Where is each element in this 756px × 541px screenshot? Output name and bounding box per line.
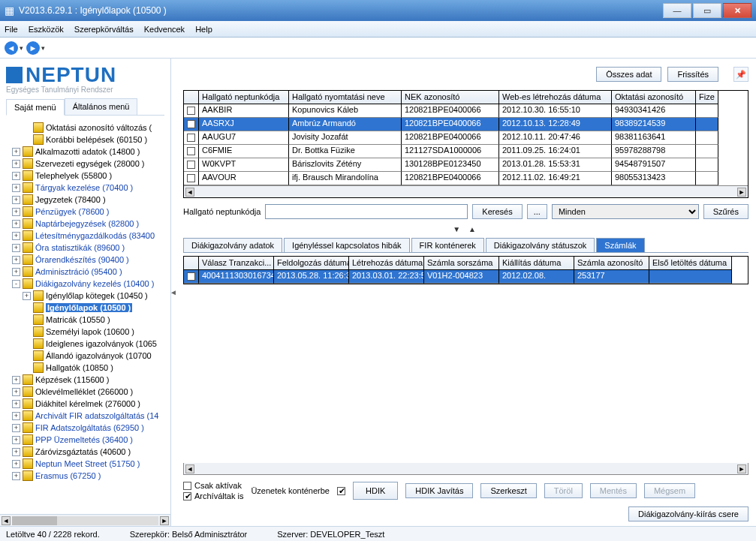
tree-expander-icon[interactable]: + [12,184,20,192]
nav-forward-dropdown[interactable]: ▾ [41,44,45,52]
tab-general-menu[interactable]: Általános menü [65,98,138,115]
pin-button[interactable]: 📌 [733,67,748,82]
tree-item[interactable]: -Diákigazolvány kezelés (10400 ) [2,278,170,290]
tree-item[interactable]: Korábbi belépések (60150 ) [2,134,170,146]
save-button[interactable]: Mentés [590,483,637,498]
nav-back-dropdown[interactable]: ▾ [20,44,23,52]
edit-button[interactable]: Szerkeszt [480,483,536,498]
tree-item[interactable]: +Neptun Meet Street (51750 ) [2,458,170,470]
filter-select[interactable]: Minden [552,204,699,219]
tree-item[interactable]: +Jegyzetek (78400 ) [2,194,170,206]
column-header[interactable] [184,91,199,104]
detail-tab[interactable]: Diákigazolvány adatok [183,238,282,252]
tree-item[interactable]: +PPP Üzemeltetés (36400 ) [2,434,170,446]
tree-item[interactable]: +Óra statisztikák (89600 ) [2,242,170,254]
detail-tab[interactable]: Diákigazolvány státuszok [486,238,595,252]
refresh-button[interactable]: Frissítés [667,67,718,82]
tree-item[interactable]: +Tárgyak kezelése (70400 ) [2,182,170,194]
menu-help[interactable]: Help [195,25,212,34]
table-row[interactable]: AAUGU7Jovisity Jozafát120821BPE040006620… [184,131,748,145]
row-checkbox[interactable] [187,161,195,169]
tree-item[interactable]: Ideiglenes igazolványok (1065 [2,338,170,350]
tree-expander-icon[interactable]: + [12,436,20,444]
tree-item[interactable]: +Létesítménygazdálkodás (83400 [2,230,170,242]
archived-checkbox[interactable]: ✔ Archíváltak is [183,491,243,500]
table-row[interactable]: 40041113030167342013.05.28. 11:26:32013.… [184,270,748,284]
table-row[interactable]: AASRXJAmbrúz Armandó120821BPE04000662012… [184,118,748,131]
search-input[interactable] [265,204,468,219]
tree-item[interactable]: Állandó igazolványok (10700 [2,350,170,362]
table-row[interactable]: W0KVPTBáriszlovits Zétény130128BPE012345… [184,158,748,172]
tree-item[interactable]: +Órarendkészítés (90400 ) [2,254,170,266]
tab-own-menu[interactable]: Saját menü [6,99,65,116]
tree-item[interactable]: +Adminisztráció (95400 ) [2,266,170,278]
column-header[interactable]: Web-es létrehozás dátuma [499,91,612,104]
close-button[interactable]: ✕ [723,3,751,18]
detail-tab[interactable]: Igényléssel kapcsolatos hibák [284,238,410,252]
nav-tree[interactable]: Oktatási azonosító változás ( Korábbi be… [0,119,170,514]
only-active-checkbox[interactable]: Csak aktívak [183,481,243,490]
grid-scroll-left[interactable]: ◄ [185,188,194,197]
tree-expander-icon[interactable]: + [12,196,20,204]
column-header[interactable]: NEK azonosító [402,91,499,104]
tree-expander-icon[interactable]: + [12,148,20,156]
tree-item[interactable]: +Képzések (115600 ) [2,374,170,386]
tree-expander-icon[interactable]: + [12,232,20,240]
tree-item[interactable]: +Telephelyek (55800 ) [2,170,170,182]
grid-scroll-right[interactable]: ► [737,188,746,197]
tree-expander-icon[interactable]: + [12,172,20,180]
delete-button[interactable]: Töröl [544,483,583,498]
tree-item[interactable]: Matricák (10550 ) [2,314,170,326]
tree-expander-icon[interactable]: + [12,244,20,252]
tree-expander-icon[interactable]: - [12,280,20,288]
nav-forward-button[interactable]: ► [26,41,40,55]
tree-item[interactable]: +FIR Adatszolgáltatás (62950 ) [2,422,170,434]
nav-back-button[interactable]: ◄ [5,41,18,55]
table-row[interactable]: AAVOURifj. Brausch Mirandolína120821BPE0… [184,172,748,185]
search-more-button[interactable]: ... [527,204,547,219]
menu-tools[interactable]: Eszközök [29,25,64,34]
tree-item[interactable]: +Diákhitel kérelmek (276000 ) [2,398,170,410]
menu-roleswap[interactable]: Szerepkörváltás [74,25,134,34]
tree-expander-icon[interactable]: + [12,460,20,468]
tree-expander-icon[interactable]: + [12,208,20,216]
tree-item[interactable]: Igénylőlapok (10500 ) [2,302,170,314]
row-checkbox[interactable] [187,120,195,128]
filter-button[interactable]: Szűrés [703,204,748,219]
tree-item[interactable]: +Archivált FIR adatszolgáltatás (14 [2,410,170,422]
tree-expander-icon[interactable]: + [12,424,20,432]
tree-expander-icon[interactable]: + [12,472,20,480]
id-card-swap-button[interactable]: Diákigazolvány-kiírás csere [628,506,748,521]
tree-item[interactable]: +Naptárbejegyzések (82800 ) [2,218,170,230]
tree-item[interactable]: +Pénzügyek (78600 ) [2,206,170,218]
tree-item[interactable]: +Alkalmazotti adatok (14800 ) [2,146,170,158]
column-header[interactable]: Feldolgozás dátuma [274,257,349,270]
tree-expander-icon[interactable]: + [12,376,20,384]
tree-item[interactable]: +Igénylőlap kötegek (10450 ) [2,290,170,302]
column-header[interactable]: Válasz Tranzakci... [199,257,274,270]
row-checkbox[interactable] [187,272,195,281]
column-header[interactable]: Oktatási azonosító [612,91,696,104]
detail-scroll-right[interactable]: ► [737,464,746,473]
table-row[interactable]: AAKBIRKopunovics Káleb120821BPE040006620… [184,104,748,118]
tree-item[interactable]: Személyi lapok (10600 ) [2,326,170,338]
column-header[interactable]: Hallgató neptunkódja [199,91,289,104]
menu-favorites[interactable]: Kedvencek [144,25,185,34]
tree-item[interactable]: Hallgatók (10850 ) [2,362,170,374]
search-button[interactable]: Keresés [472,204,522,219]
column-header[interactable]: Fize [696,91,718,104]
all-data-button[interactable]: Összes adat [596,67,661,82]
tree-expander-icon[interactable]: + [12,220,20,228]
tree-expander-icon[interactable]: + [12,256,20,264]
tree-item[interactable]: +Oklevélmelléklet (266000 ) [2,386,170,398]
menu-file[interactable]: File [5,25,18,34]
tree-expander-icon[interactable]: + [12,388,20,396]
column-header[interactable]: Első letöltés dátuma [649,257,732,270]
main-grid[interactable]: Hallgató neptunkódjaHallgató nyomtatási … [183,90,748,198]
hdik-fix-button[interactable]: HDIK Javítás [405,483,473,498]
tree-item[interactable]: +Erasmus (67250 ) [2,470,170,482]
detail-grid[interactable]: Válasz Tranzakci...Feldolgozás dátumaLét… [183,256,748,284]
tree-expander-icon[interactable]: + [12,268,20,276]
column-header[interactable]: Hallgató nyomtatási neve [289,91,402,104]
detail-tab[interactable]: FIR konténerek [411,238,484,252]
